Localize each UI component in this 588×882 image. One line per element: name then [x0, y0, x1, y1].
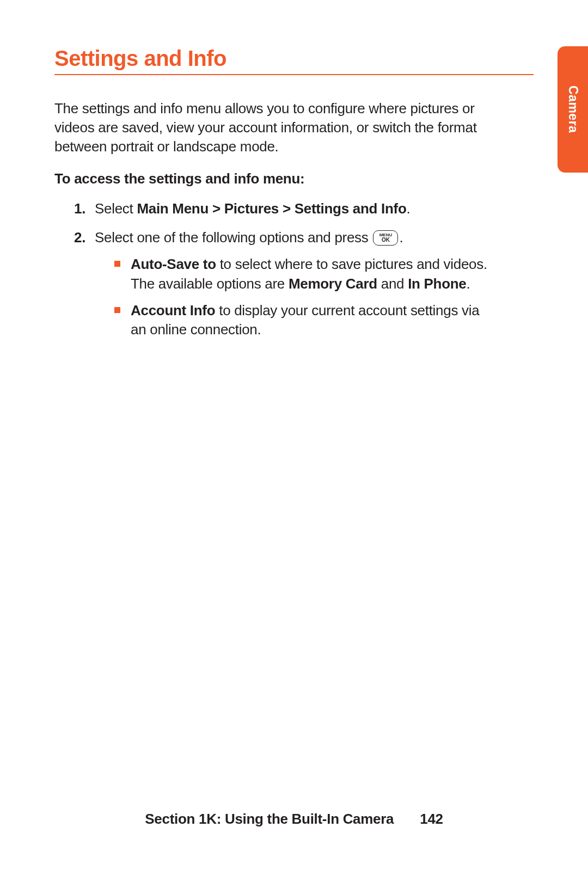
step-2-number: 2. [74, 228, 85, 247]
page-footer: Section 1K: Using the Built-In Camera 14… [0, 811, 588, 828]
menu-ok-key-icon: MENUOK [373, 230, 398, 246]
option-auto-save: Auto-Save to to select where to save pic… [131, 255, 495, 293]
page-heading: Settings and Info [54, 46, 534, 71]
step-1-bold: Main Menu > Pictures > Settings and Info [137, 200, 406, 217]
heading-rule [54, 74, 534, 75]
subheading: To access the settings and info menu: [54, 170, 534, 187]
option-a-b1: Auto-Save to [131, 256, 216, 272]
intro-paragraph: The settings and info menu allows you to… [54, 99, 495, 156]
footer-page-number: 142 [420, 811, 443, 828]
step-2: 2. Select one of the following options a… [74, 228, 495, 339]
option-a-t2: and [377, 275, 408, 292]
step-1: 1. Select Main Menu > Pictures > Setting… [74, 199, 495, 218]
option-b-b1: Account Info [131, 302, 215, 318]
page-content: Settings and Info The settings and info … [0, 0, 588, 339]
step-2-suffix: . [399, 229, 403, 246]
step-1-prefix: Select [95, 200, 137, 217]
option-account-info: Account Info to display your current acc… [131, 301, 495, 339]
step-2-prefix: Select one of the following options and … [95, 229, 372, 246]
steps-list: 1. Select Main Menu > Pictures > Setting… [54, 199, 495, 339]
options-list: Auto-Save to to select where to save pic… [95, 255, 495, 339]
menu-ok-bottom: OK [382, 237, 390, 243]
option-a-t3: . [467, 275, 470, 292]
option-a-b2: Memory Card [289, 275, 377, 292]
footer-section: Section 1K: Using the Built-In Camera [145, 811, 394, 828]
step-1-suffix: . [406, 200, 410, 217]
option-a-b3: In Phone [408, 275, 466, 292]
step-1-number: 1. [74, 199, 85, 218]
